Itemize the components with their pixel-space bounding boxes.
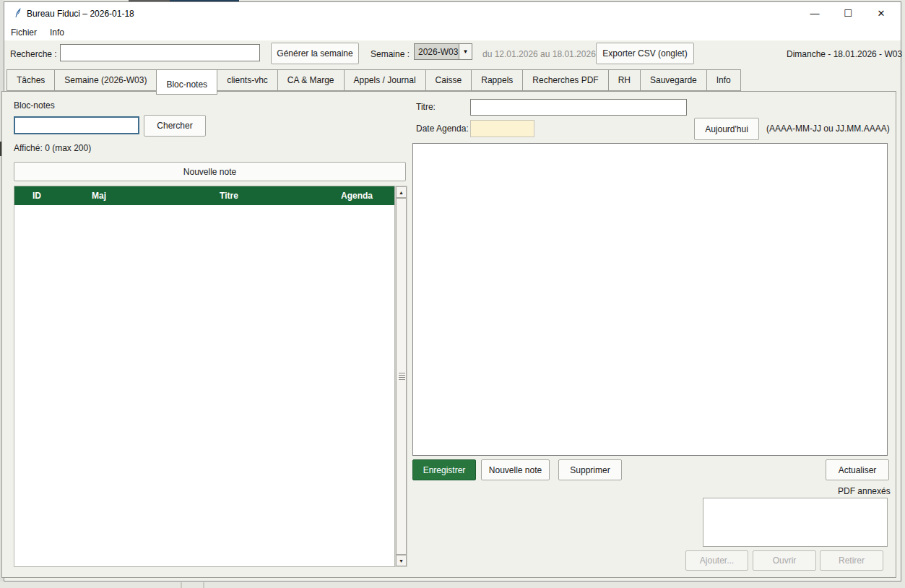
delete-button[interactable]: Supprimer <box>558 459 622 480</box>
generate-week-button[interactable]: Générer la semaine <box>271 43 359 64</box>
new-note-button-left[interactable]: Nouvelle note <box>14 162 406 181</box>
pdf-attachments-list[interactable] <box>703 498 888 547</box>
search-notes-button[interactable]: Chercher <box>144 115 206 137</box>
tab-rappels[interactable]: Rappels <box>471 69 522 91</box>
open-pdf-button[interactable]: Ouvrir <box>753 550 816 571</box>
refresh-button[interactable]: Actualiser <box>826 459 889 480</box>
tab-clients-vhc[interactable]: clients-vhc <box>217 69 277 91</box>
tab-rh[interactable]: RH <box>608 69 640 91</box>
column-header-id[interactable]: ID <box>14 191 59 201</box>
notes-count-text: Affiché: 0 (max 200) <box>14 143 91 153</box>
notes-search-input[interactable] <box>14 116 139 134</box>
pdf-attachments-label: PDF annexés <box>838 486 891 496</box>
scroll-up-icon[interactable]: ▲ <box>396 186 407 198</box>
new-note-button-right[interactable]: Nouvelle note <box>481 459 550 480</box>
menu-fichier[interactable]: Fichier <box>4 25 43 40</box>
titlebar[interactable]: Bureau Fiduci – 2026-01-18 — ☐ ✕ <box>4 2 901 25</box>
add-pdf-button[interactable]: Ajouter... <box>685 550 748 571</box>
tab-caisse[interactable]: Caisse <box>425 69 472 91</box>
tab-info[interactable]: Info <box>706 69 741 91</box>
week-label: Semaine : <box>371 49 410 59</box>
window-controls: — ☐ ✕ <box>798 2 898 25</box>
notes-table-scrollbar[interactable]: ▲ ▼ <box>395 186 407 567</box>
notes-table[interactable]: ID Maj Titre Agenda <box>14 186 395 567</box>
tab-appels-journal[interactable]: Appels / Journal <box>344 69 425 91</box>
current-day-display: Dimanche - 18.01.2026 - W03 <box>787 49 902 59</box>
tab-recherches-pdf[interactable]: Recherches PDF <box>522 69 607 91</box>
week-combobox[interactable]: 2026-W03 ▼ <box>414 43 472 60</box>
background-artifact <box>203 582 204 588</box>
tab-taches[interactable]: Tâches <box>7 69 54 91</box>
tab-semaine[interactable]: Semaine (2026-W03) <box>54 69 156 91</box>
column-header-agenda[interactable]: Agenda <box>319 191 394 201</box>
column-header-maj[interactable]: Maj <box>59 191 139 201</box>
save-button[interactable]: Enregistrer <box>412 459 476 480</box>
title-label: Titre: <box>416 102 436 112</box>
export-csv-button[interactable]: Exporter CSV (onglet) <box>596 43 694 64</box>
menubar: Fichier Info <box>4 25 901 40</box>
scrollbar-grip <box>399 373 405 380</box>
tab-bar: Tâches Semaine (2026-W03) Bloc-notes cli… <box>7 69 741 94</box>
chevron-down-icon[interactable]: ▼ <box>459 44 472 59</box>
note-body-textarea[interactable] <box>412 143 888 456</box>
week-range-text: du 12.01.2026 au 18.01.2026 <box>482 49 596 59</box>
tab-sauvegarde[interactable]: Sauvegarde <box>640 69 706 91</box>
minimize-button[interactable]: — <box>798 2 831 25</box>
search-label: Recherche : <box>10 49 57 59</box>
python-feather-icon <box>12 7 24 19</box>
date-agenda-label: Date Agenda: <box>416 124 469 134</box>
note-title-input[interactable] <box>470 99 687 116</box>
window-title: Bureau Fiduci – 2026-01-18 <box>27 9 134 19</box>
close-button[interactable]: ✕ <box>865 2 898 25</box>
scrollbar-thumb[interactable] <box>396 198 407 555</box>
week-combobox-value: 2026-W03 <box>415 47 459 57</box>
desktop-background: Bureau Fiduci – 2026-01-18 — ☐ ✕ Fichier… <box>0 0 905 588</box>
tab-bloc-notes[interactable]: Bloc-notes <box>156 69 217 95</box>
tab-ca-marge[interactable]: CA & Marge <box>277 69 344 91</box>
menu-info[interactable]: Info <box>43 25 71 40</box>
background-artifact <box>181 582 182 588</box>
notes-table-header: ID Maj Titre Agenda <box>14 186 394 205</box>
date-agenda-input[interactable] <box>470 120 534 137</box>
today-button[interactable]: Aujourd'hui <box>694 118 759 140</box>
column-header-titre[interactable]: Titre <box>139 191 319 201</box>
scroll-down-icon[interactable]: ▼ <box>396 555 407 566</box>
maximize-button[interactable]: ☐ <box>831 2 865 25</box>
global-search-input[interactable] <box>60 44 260 61</box>
date-format-hint: (AAAA-MM-JJ ou JJ.MM.AAAA) <box>766 124 890 134</box>
notes-panel-title: Bloc-notes <box>14 100 55 111</box>
remove-pdf-button[interactable]: Retirer <box>820 550 883 571</box>
